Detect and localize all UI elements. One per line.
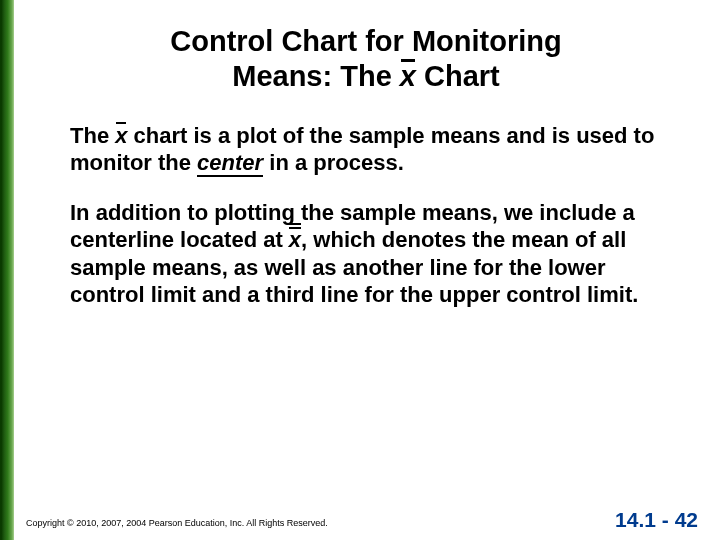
title-line-2b: Chart xyxy=(416,60,500,92)
paragraph-2: In addition to plotting the sample means… xyxy=(70,199,676,309)
copyright-text: Copyright © 2010, 2007, 2004 Pearson Edu… xyxy=(26,518,328,528)
xdoublebar-symbol: x xyxy=(289,226,301,254)
title-line-1: Control Chart for Monitoring xyxy=(170,25,561,57)
side-stripe xyxy=(0,0,14,540)
p1-center-word: center xyxy=(197,150,263,177)
slide-title: Control Chart for Monitoring Means: The … xyxy=(86,24,646,94)
p1-text-c: in a process. xyxy=(263,150,404,175)
slide: Control Chart for Monitoring Means: The … xyxy=(0,0,720,540)
xbar-symbol: x xyxy=(115,122,127,150)
p1-text-a: The xyxy=(70,123,115,148)
page-number: 14.1 - 42 xyxy=(615,508,698,532)
xbar-symbol: x xyxy=(400,59,416,94)
title-line-2a: Means: The xyxy=(232,60,400,92)
paragraph-1: The x chart is a plot of the sample mean… xyxy=(70,122,676,177)
